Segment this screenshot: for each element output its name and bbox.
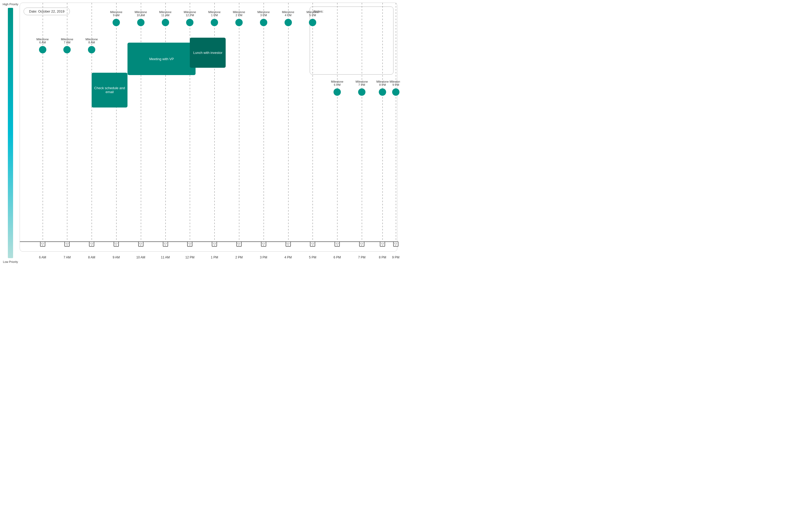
dashed-line-8pm: [382, 3, 383, 242]
milestone-label-m10am: Milestone10 AM: [134, 11, 147, 17]
time-label-10am: 10 AM: [137, 255, 145, 259]
milestone-dot-m12pm: [186, 19, 194, 26]
timeline-arrow-9am: [114, 242, 119, 247]
milestone-dot-m5pm: [309, 19, 316, 26]
time-label-6pm: 6 PM: [333, 255, 341, 259]
milestone-dot-m7am: [63, 46, 71, 53]
milestone-dot-m8am: [88, 46, 95, 53]
timeline-arrow-5pm: [310, 242, 315, 247]
milestone-label-m5pm: Milestone5 PM: [307, 11, 319, 17]
dashed-line-7pm: [362, 3, 362, 242]
milestone-label-m6pm: Milestone6 PM: [331, 80, 343, 86]
time-label-7pm: 7 PM: [358, 255, 365, 259]
milestone-label-m9pm: Milestone9 PM: [389, 80, 400, 86]
timeline-arrow-8am: [89, 242, 94, 247]
time-label-4pm: 4 PM: [285, 255, 292, 259]
milestone-label-m2pm: Milestone2 PM: [233, 11, 245, 17]
milestone-label-m7am: Milestone7 AM: [61, 38, 73, 44]
milestone-dot-m10am: [137, 19, 145, 26]
timeline-arrow-7am: [65, 242, 70, 247]
page: High Priority Low Priority Date: October…: [0, 0, 400, 266]
milestone-dot-m8pm: [379, 89, 386, 96]
priority-low-label: Low Priority: [3, 260, 18, 263]
dashed-line-9am: [116, 3, 116, 242]
timeline-arrow-3pm: [261, 242, 266, 247]
time-label-8am: 8 AM: [88, 255, 95, 259]
timeline-line: [20, 242, 397, 242]
timeline-arrow-12pm: [187, 242, 193, 247]
timeline-arrow-9pm: [393, 242, 398, 247]
timeline-arrow-10am: [138, 242, 143, 247]
time-label-5pm: 5 PM: [309, 255, 316, 259]
time-label-7am: 7 AM: [63, 255, 71, 259]
milestone-label-m12pm: Milestone12 PM: [184, 11, 196, 17]
time-label-11am: 11 AM: [161, 255, 170, 259]
timeline-arrow-6am: [40, 242, 45, 247]
timeline-arrow-11am: [163, 242, 168, 247]
event-lunch-investor[interactable]: Lunch with investor: [190, 38, 226, 68]
priority-high-label: High Priority: [3, 3, 18, 6]
milestone-label-m8am: Milestone8 AM: [86, 38, 98, 44]
milestone-label-m11am: Milestone11 AM: [159, 11, 171, 17]
time-label-9pm: 9 PM: [392, 255, 399, 259]
milestone-dot-m3pm: [260, 19, 267, 26]
milestone-label-m4pm: Milestone4 PM: [282, 11, 294, 17]
timeline-arrow-4pm: [286, 242, 291, 247]
time-label-1pm: 1 PM: [211, 255, 218, 259]
timeline-arrow-7pm: [359, 242, 364, 247]
milestone-label-m9am: Milestone9 AM: [110, 11, 122, 17]
time-label-3pm: 3 PM: [260, 255, 267, 259]
milestone-dot-m2pm: [235, 19, 243, 26]
timeline-arrow-1pm: [212, 242, 217, 247]
milestone-label-m8pm: Milestone8 PM: [377, 80, 389, 86]
dashed-line-11am: [165, 3, 166, 242]
timeline-arrow-6pm: [334, 242, 340, 247]
milestone-label-m6am: Milestone6 AM: [36, 38, 49, 44]
milestone-dot-m11am: [162, 19, 169, 26]
milestone-dot-m6pm: [333, 89, 341, 96]
milestone-dot-m6am: [39, 46, 46, 53]
milestone-dot-m4pm: [285, 19, 292, 26]
event-meeting-vp[interactable]: Meeting with VP: [127, 43, 196, 75]
milestone-dot-m9pm: [392, 89, 399, 96]
priority-bar-container: High Priority Low Priority: [3, 3, 18, 263]
time-label-12pm: 12 PM: [185, 255, 195, 259]
dashed-line-6pm: [337, 3, 338, 242]
milestone-dot-m9am: [113, 19, 120, 26]
dashed-line-4pm: [288, 3, 289, 242]
time-label-9am: 9 AM: [113, 255, 120, 259]
milestone-label-m1pm: Milestone1 PM: [208, 11, 221, 17]
milestone-label-m7pm: Milestone7 PM: [356, 80, 368, 86]
time-label-2pm: 2 PM: [235, 255, 243, 259]
dashed-line-2pm: [239, 3, 239, 242]
event-check-schedule[interactable]: Check schedule and email: [92, 73, 127, 108]
milestone-dot-m7pm: [358, 89, 365, 96]
dashed-line-10am: [141, 3, 141, 242]
timeline-arrow-2pm: [236, 242, 242, 247]
milestone-dot-m1pm: [211, 19, 218, 26]
time-label-8pm: 8 PM: [379, 255, 386, 259]
dashed-line-3pm: [263, 3, 264, 242]
time-label-6am: 6 AM: [39, 255, 46, 259]
milestone-label-m3pm: Milestone3 PM: [257, 11, 270, 17]
chart-area: Date: October 22, 2019 Notes: 6 AM7 AM8 …: [20, 3, 397, 252]
timeline-arrow-8pm: [380, 242, 385, 247]
priority-gradient-bar: [8, 8, 13, 258]
